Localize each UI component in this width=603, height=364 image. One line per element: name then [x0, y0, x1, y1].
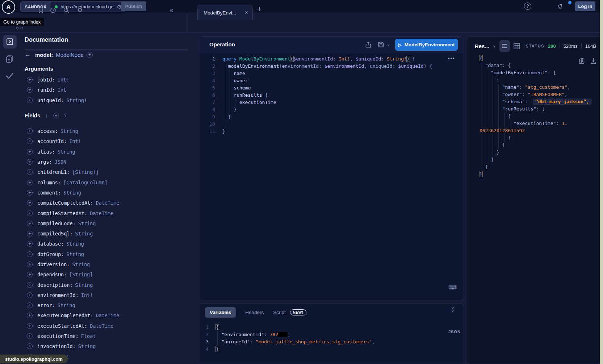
search-icon[interactable]: [63, 7, 70, 13]
field-type[interactable]: String: [60, 128, 78, 134]
field-type[interactable]: [String]: [69, 272, 93, 277]
sandbox-badge[interactable]: SANDBOX: [21, 2, 51, 12]
sidebar-explorer-item[interactable]: [3, 35, 17, 49]
operation-code-editor[interactable]: 1query ModelByEnvironment($environmentId…: [199, 53, 432, 135]
field-row-jobId[interactable]: +jobId:Int!: [27, 75, 87, 85]
field-row-comment[interactable]: +comment:String: [27, 188, 119, 198]
announcements-icon[interactable]: [557, 3, 564, 10]
add-field-icon[interactable]: +: [87, 52, 93, 58]
field-row-args[interactable]: +args:JSON: [27, 157, 119, 167]
tab-close-icon[interactable]: ×: [245, 10, 248, 16]
add-to-query-icon[interactable]: +: [27, 282, 33, 288]
field-type[interactable]: Float: [81, 333, 96, 339]
field-type[interactable]: DateTime: [90, 210, 113, 216]
field-type[interactable]: String: [75, 231, 93, 237]
sidebar-schema-item[interactable]: [5, 54, 14, 64]
field-row-database[interactable]: +database:String: [27, 239, 119, 249]
field-type[interactable]: String: [58, 149, 75, 155]
field-row-compiledCode[interactable]: +compiledCode:String: [27, 218, 119, 229]
field-row-executeStartedAt[interactable]: +executeStartedAt:DateTime: [27, 321, 119, 331]
field-type[interactable]: Int: [58, 87, 66, 93]
add-to-query-icon[interactable]: +: [27, 169, 33, 175]
sort-down-icon[interactable]: ↓: [45, 112, 48, 118]
field-type[interactable]: Int!: [69, 138, 81, 144]
table-view-icon[interactable]: [514, 43, 520, 49]
add-to-query-icon[interactable]: +: [27, 231, 33, 237]
field-type[interactable]: JSON: [55, 159, 67, 165]
field-type[interactable]: String: [63, 190, 81, 196]
field-row-dependsOn[interactable]: +dependsOn:[String]: [27, 269, 119, 280]
add-to-query-icon[interactable]: +: [27, 87, 33, 93]
field-row-accountId[interactable]: +accountId:Int!: [27, 136, 119, 146]
add-to-query-icon[interactable]: +: [27, 292, 33, 298]
field-type[interactable]: String: [75, 282, 93, 288]
field-row-environmentId[interactable]: +environmentId:Int!: [27, 290, 119, 300]
field-row-executionTime[interactable]: +executionTime:Float: [27, 331, 119, 341]
add-to-query-icon[interactable]: +: [27, 77, 33, 83]
endpoint-url-field[interactable]: https://metadata.cloud.get ⚙: [51, 2, 125, 12]
publish-button[interactable]: Publish: [121, 1, 146, 11]
field-row-compileCompletedAt[interactable]: +compileCompletedAt:DateTime: [27, 198, 119, 208]
add-to-query-icon[interactable]: +: [27, 149, 33, 155]
add-to-query-icon[interactable]: +: [27, 313, 33, 318]
field-type[interactable]: String!: [66, 97, 87, 103]
new-tab-icon[interactable]: +: [257, 5, 262, 13]
response-title[interactable]: Res...: [475, 43, 489, 49]
add-to-query-icon[interactable]: +: [27, 343, 33, 349]
add-to-query-icon[interactable]: +: [27, 190, 33, 196]
field-type[interactable]: Int!: [81, 292, 93, 298]
field-row-compiledSql[interactable]: +compiledSql:String: [27, 229, 119, 239]
add-to-query-icon[interactable]: +: [27, 180, 33, 185]
field-row-compileStartedAt[interactable]: +compileStartedAt:DateTime: [27, 208, 119, 218]
field-row-uniqueId[interactable]: +uniqueId:String!: [27, 95, 87, 105]
share-icon[interactable]: [365, 42, 371, 48]
field-type[interactable]: String: [78, 343, 96, 349]
add-to-query-icon[interactable]: +: [27, 302, 33, 308]
add-all-fields-icon[interactable]: +: [53, 113, 59, 118]
add-to-query-icon[interactable]: +: [27, 272, 33, 277]
add-to-query-icon[interactable]: +: [27, 97, 33, 103]
response-chevron-icon[interactable]: ∨: [493, 44, 496, 49]
field-type[interactable]: [CatalogColumn]: [63, 180, 108, 185]
add-to-query-icon[interactable]: +: [27, 138, 33, 144]
field-type[interactable]: Int!: [58, 77, 70, 83]
help-icon[interactable]: ?: [524, 3, 531, 10]
field-row-access[interactable]: +access:String: [27, 126, 119, 136]
operation-tab[interactable]: ModelByEnvi... ×: [197, 5, 253, 20]
field-row-executeCompletedAt[interactable]: +executeCompletedAt:DateTime: [27, 310, 119, 321]
field-row-description[interactable]: +description:String: [27, 280, 119, 290]
sidebar-checks-item[interactable]: [5, 72, 14, 80]
add-to-query-icon[interactable]: +: [27, 241, 33, 247]
field-type[interactable]: String: [66, 241, 84, 247]
collapse-variables-icon[interactable]: ∨∨: [451, 306, 454, 312]
field-type[interactable]: String: [78, 221, 96, 226]
collapse-panel-icon[interactable]: «: [169, 6, 174, 13]
add-to-query-icon[interactable]: +: [27, 210, 33, 216]
add-to-query-icon[interactable]: +: [27, 251, 33, 257]
field-row-dbtGroup[interactable]: +dbtGroup:String: [27, 249, 119, 259]
field-type[interactable]: String: [66, 251, 84, 257]
add-to-query-icon[interactable]: +: [27, 221, 33, 226]
field-row-dbtVersion[interactable]: +dbtVersion:String: [27, 259, 119, 269]
add-to-query-icon[interactable]: +: [27, 159, 33, 165]
tab-headers[interactable]: Headers: [245, 310, 264, 315]
add-to-query-icon[interactable]: +: [27, 262, 33, 267]
run-operation-button[interactable]: ▷ ModelByEnvironment: [395, 39, 458, 51]
editor-menu-icon[interactable]: •••: [448, 55, 455, 61]
field-type[interactable]: DateTime: [96, 313, 119, 318]
breadcrumb-type-link[interactable]: ModelNode: [56, 52, 84, 58]
field-row-error[interactable]: +error:String: [27, 300, 119, 310]
tab-script[interactable]: Script: [273, 310, 286, 315]
field-type[interactable]: [String!]: [72, 169, 99, 175]
variables-code-editor[interactable]: 1{2 "environmentId": 782,3 "uniqueId": "…: [199, 322, 374, 353]
field-row-columns[interactable]: +columns:[CatalogColumn]: [27, 177, 119, 187]
apollo-logo[interactable]: A: [2, 0, 15, 14]
tab-variables[interactable]: Variables: [205, 307, 236, 318]
keyboard-shortcuts-icon[interactable]: ⌨: [448, 284, 457, 291]
field-type[interactable]: String: [72, 262, 90, 267]
chevron-down-icon[interactable]: ∨: [64, 113, 67, 117]
back-arrow-icon[interactable]: ←: [25, 51, 31, 58]
field-type[interactable]: String: [58, 302, 75, 308]
add-to-query-icon[interactable]: +: [27, 333, 33, 339]
history-icon[interactable]: [50, 7, 56, 13]
